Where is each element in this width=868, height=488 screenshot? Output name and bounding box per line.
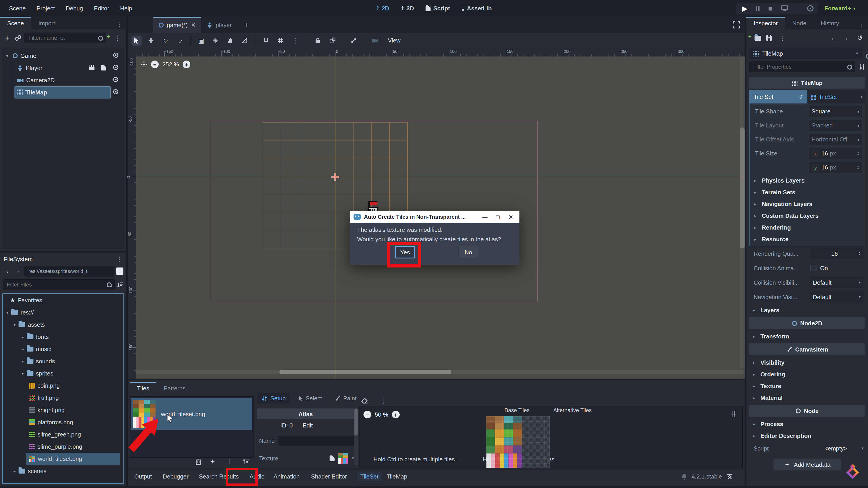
zoom-level[interactable]: 252 %	[162, 61, 179, 68]
tree-node-player[interactable]: Player	[17, 62, 123, 74]
bottom-tab-tileset[interactable]: TileSet	[357, 472, 382, 481]
bottom-tab-animation[interactable]: Animation	[274, 473, 300, 480]
tab-import[interactable]: Import	[31, 17, 62, 29]
history-forward-icon[interactable]: ›	[842, 34, 851, 42]
fs-item-slime-green[interactable]: slime_green.png	[3, 428, 123, 441]
expand-viewport-icon[interactable]	[733, 21, 740, 29]
bottom-tab-output[interactable]: Output	[134, 473, 152, 480]
property-rendering-quadrant[interactable]: Rendering Qua... 16▲▼	[748, 246, 866, 261]
resource-menu-icon[interactable]: ⋮	[777, 32, 788, 44]
move-tool-button[interactable]: ✚	[146, 35, 156, 45]
toggle-split-mode-button[interactable]	[116, 267, 123, 275]
fs-item-coin[interactable]: coin.png	[3, 380, 123, 392]
history-back-icon[interactable]: ‹	[828, 34, 837, 42]
workspace-script[interactable]: Script	[426, 5, 450, 12]
close-icon[interactable]: ✕	[506, 214, 516, 220]
checkbox-icon[interactable]	[810, 265, 816, 271]
stepper-icon[interactable]: ▲▼	[858, 251, 861, 256]
workspace-3d[interactable]: ⤴3D	[401, 5, 414, 12]
menu-scene[interactable]: Scene	[4, 3, 30, 13]
canvas-v-scrollbar[interactable]	[740, 57, 745, 368]
fs-item-assets[interactable]: ▾assets	[3, 319, 123, 331]
atlas-texture-preview[interactable]	[487, 416, 550, 468]
fs-item-music[interactable]: ▸music	[3, 343, 123, 355]
property-tile-set[interactable]: Tile Set↺ TileSet▾	[749, 90, 865, 103]
chevron-down-icon[interactable]: ▾	[352, 456, 354, 460]
property-tile-layout[interactable]: Tile Layout Stacked▾	[749, 119, 865, 132]
atlas-zoom-in-button[interactable]: ＋	[392, 411, 399, 418]
v-scroll-thumb[interactable]	[740, 127, 745, 249]
scene-dock-menu-icon[interactable]: ⋮	[114, 18, 125, 30]
play-button[interactable]: ▶	[740, 4, 749, 12]
atlas-grid-toggle-icon[interactable]	[731, 411, 737, 417]
scene-tree-menu-icon[interactable]: ⋮	[112, 32, 123, 44]
workspace-assetlib[interactable]: ⤓AssetLib	[462, 5, 492, 12]
zoom-in-button[interactable]: ＋	[183, 61, 190, 68]
texture-resource-icon[interactable]	[330, 455, 335, 461]
base-tiles-label[interactable]: Base Tiles	[504, 407, 530, 414]
property-tools-icon[interactable]	[859, 64, 865, 70]
add-node-button[interactable]: ＋	[3, 34, 12, 42]
stepper-icon[interactable]: ▲▼	[857, 165, 860, 170]
stepper-icon[interactable]: ▲▼	[857, 151, 860, 156]
property-tile-offset-axis[interactable]: Tile Offset Axis Horizontal Off▾	[749, 132, 865, 147]
atlas-zoom-out-button[interactable]: −	[364, 411, 371, 418]
filesystem-menu-icon[interactable]: ⋮	[114, 253, 125, 265]
tile-atlas-view[interactable]: Base Tiles Alternative Tiles − 50 % ＋ Ho…	[360, 406, 743, 468]
atlas-menu-icon[interactable]: ⋮	[378, 395, 390, 407]
visibility-eye-icon[interactable]	[113, 64, 119, 70]
bottom-tab-shader-editor[interactable]: Shader Editor	[311, 473, 347, 480]
skeleton-options-icon[interactable]	[348, 35, 359, 45]
group-material[interactable]: ▸Material	[748, 392, 866, 403]
rotate-tool-button[interactable]: ↻	[160, 35, 170, 45]
close-tab-icon[interactable]: ✕	[191, 22, 196, 28]
tree-node-tilemap[interactable]: TileMap	[14, 86, 111, 98]
file-filter-input[interactable]	[3, 279, 115, 290]
mode-tab-select[interactable]: Select	[294, 393, 327, 403]
load-resource-icon[interactable]	[754, 35, 761, 40]
instance-scene-icon[interactable]	[14, 35, 22, 41]
visibility-eye-icon[interactable]	[113, 52, 119, 58]
fs-item-slime-purple[interactable]: slime_purple.png	[3, 441, 123, 453]
notification-bell-icon[interactable]	[681, 473, 687, 480]
fs-item-platforms[interactable]: platforms.png	[3, 416, 123, 428]
fs-item-scenes[interactable]: ▸scenes	[3, 465, 123, 477]
nav-back-icon[interactable]: ‹	[3, 268, 12, 274]
revert-icon[interactable]: ↺	[798, 93, 803, 100]
tab-scene[interactable]: Scene	[0, 17, 31, 29]
group-custom-data-layers[interactable]: ▸Custom Data Layers	[749, 210, 865, 221]
new-scene-tab-button[interactable]: ＋	[237, 17, 255, 33]
mode-tab-paint[interactable]: Paint	[330, 393, 361, 403]
sort-sources-icon[interactable]	[242, 458, 249, 464]
dialog-title-bar[interactable]: Auto Create Tiles in Non-Transparent ...…	[350, 211, 520, 223]
minimize-icon[interactable]: —	[480, 214, 490, 220]
fs-item-res[interactable]: ▾res://	[3, 306, 123, 319]
pan-tool-button[interactable]	[225, 35, 235, 45]
fs-item-world-tileset[interactable]: world_tileset.png	[26, 453, 120, 465]
group-texture[interactable]: ▸Texture	[748, 380, 866, 392]
instance-badge-icon[interactable]	[89, 65, 94, 70]
eraser-icon[interactable]	[361, 398, 368, 404]
tile-layout-dropdown[interactable]: Stacked▾	[809, 120, 862, 131]
visibility-eye-icon[interactable]	[113, 89, 119, 95]
group-resource[interactable]: ▸Resource	[749, 233, 865, 245]
property-tile-size-y[interactable]: y16px▲▼	[749, 160, 865, 174]
section-canvasitem[interactable]: CanvasItem	[749, 344, 865, 355]
workspace-2d[interactable]: ⤴2D	[376, 5, 389, 12]
texture-thumbnail[interactable]	[338, 453, 348, 464]
remote-debug-icon[interactable]	[781, 5, 788, 11]
property-collision-animatable[interactable]: Collision Anima... On	[748, 261, 866, 275]
group-object-icon[interactable]	[327, 35, 337, 45]
section-node[interactable]: Node	[749, 405, 865, 417]
group-navigation-layers[interactable]: ▸Navigation Layers	[749, 198, 865, 210]
property-tile-size-x[interactable]: Tile Size x16px▲▼	[749, 147, 865, 160]
no-button[interactable]: No	[458, 246, 478, 258]
tab-tiles[interactable]: Tiles	[130, 382, 156, 394]
atlas-name-input[interactable]	[278, 435, 354, 446]
lock-object-icon[interactable]	[313, 35, 323, 45]
expand-bottom-panel-icon[interactable]	[726, 474, 733, 480]
tab-history[interactable]: History	[813, 17, 846, 29]
snap-options-icon[interactable]: ⋮	[290, 35, 302, 46]
camera-override-icon[interactable]	[370, 35, 380, 45]
stop-button[interactable]: ■	[766, 4, 775, 12]
